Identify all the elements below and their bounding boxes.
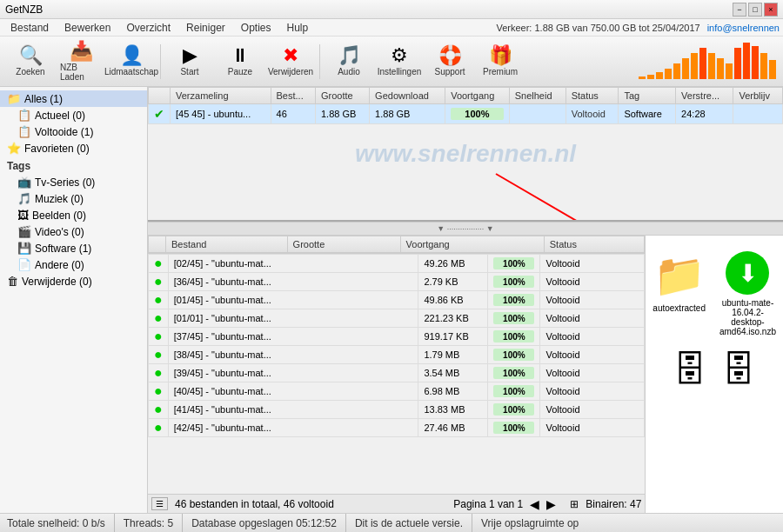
watermark: www.snelrennen.nl [355,140,576,168]
row-fstatus: Voltooid [540,273,645,291]
toolbar-instellingen[interactable]: ⚙ Instellingen [376,40,423,83]
file-row[interactable]: ● [38/45] - "ubuntu-mat... 1.79 MB 100% … [149,346,645,364]
fh-grootte[interactable]: Grootte [287,236,400,253]
file-progress-bar: 100% [493,385,534,397]
sidebar-item-actueel[interactable]: 📋 Actueel (0) [0,107,147,123]
minimize-button[interactable]: − [733,3,746,17]
scroll-indicator[interactable]: ▼ ················· ▼ [148,222,783,236]
file-item-db2[interactable]: 🗄 [721,350,756,389]
menu-opties[interactable]: Opties [234,20,278,36]
sidebar-muziek-label: Muziek (0) [35,193,84,205]
top-table-header-row: Verzameling Best... Grootte Gedownload V… [149,88,783,104]
toolbar-audio[interactable]: 🎵 Audio [325,40,372,83]
sidebar-item-beelden[interactable]: 🖼 Beelden (0) [0,207,147,223]
db-icon-2: 🗄 [721,350,756,389]
page-prev[interactable]: ◀ [530,497,539,511]
row-filename: [01/01] - "ubuntu-mat... [168,309,418,328]
green-dot-icon: ● [154,310,163,325]
file-list-body[interactable]: ● [02/45] - "ubuntu-mat... 49.26 MB 100%… [148,254,645,494]
file-row[interactable]: ● [02/45] - "ubuntu-mat... 49.26 MB 100%… [149,255,645,273]
status-version: Dit is de actuele versie. [346,514,472,532]
menu-bewerken[interactable]: Bewerken [57,20,117,36]
file-item-nzb[interactable]: ⬇ ubuntu-mate-16.04.2-desktop-amd64.iso.… [719,251,776,336]
file-progress-bar: 100% [493,294,534,306]
file-header-row: Bestand Grootte Voortgang Status [149,236,645,253]
th-grootte[interactable]: Grootte [315,88,369,104]
file-total-label: 46 bestanden in totaal, 46 voltooid [175,498,334,510]
th-tag[interactable]: Tag [619,88,676,104]
file-row[interactable]: ● [40/45] - "ubuntu-mat... 6.98 MB 100% … [149,382,645,401]
sidebar-item-voltooide[interactable]: 📋 Voltooide (1) [0,123,147,140]
menu-hulp[interactable]: Hulp [280,20,316,36]
sidebar-item-muziek[interactable]: 🎵 Muziek (0) [0,190,147,207]
download-circle-icon: ⬇ [726,251,769,295]
speed-bar-5 [682,58,689,79]
sidebar-item-andere[interactable]: 📄 Andere (0) [0,256,147,273]
th-best[interactable]: Best... [271,88,315,104]
th-voortgang[interactable]: Voortgang [445,88,510,104]
sidebar-item-favorieten[interactable]: ⭐ Favorieten (0) [0,140,147,156]
page-next[interactable]: ▶ [546,497,556,511]
sidebar-item-software[interactable]: 💾 Software (1) [0,240,147,256]
toolbar-premium[interactable]: 🎁 Premium [477,40,524,83]
file-row[interactable]: ● [01/01] - "ubuntu-mat... 221.23 KB 100… [149,309,645,328]
toolbar-start[interactable]: ▶ Start [166,40,213,83]
close-button[interactable]: × [764,3,778,17]
status-speed: Totale snelheid: 0 b/s [7,514,115,532]
file-progress-bar: 100% [493,403,534,416]
row-status: Voltooid [566,104,619,124]
row-filename: [41/45] - "ubuntu-mat... [168,401,418,419]
file-row[interactable]: ● [39/45] - "ubuntu-mat... 3.54 MB 100% … [149,364,645,382]
sidebar-item-verwijderde[interactable]: 🗑 Verwijderde (0) [0,273,147,289]
file-row[interactable]: ● [01/45] - "ubuntu-mat... 49.86 KB 100%… [149,291,645,309]
toolbar-nzb-label: NZB Laden [60,63,102,82]
toolbar-separator-1 [160,44,161,79]
file-row[interactable]: ● [36/45] - "ubuntu-mat... 2.79 KB 100% … [149,273,645,291]
th-gedownload[interactable]: Gedownload [370,88,445,104]
file-item-autoextracted[interactable]: 📁 autoextracted [652,251,706,313]
toolbar-pauze[interactable]: ⏸ Pauze [217,40,264,83]
toolbar-inst-label: Instellingen [378,67,422,76]
row-dot: ● [149,291,169,309]
toolbar-zoeken[interactable]: 🔍 Zoeken [7,40,54,83]
green-dot-icon: ● [154,347,163,362]
menu-reiniger[interactable]: Reiniger [179,20,232,36]
toolbar-nzb-laden[interactable]: 📥 NZB Laden [57,40,104,83]
tv-icon: 📺 [17,176,31,189]
trash-icon: 🗑 [7,275,18,288]
file-item-db1[interactable]: 🗄 [673,350,707,389]
sidebar-item-tvseries[interactable]: 📺 Tv-Series (0) [0,174,147,190]
file-row[interactable]: ● [37/45] - "ubuntu-mat... 919.17 KB 100… [149,328,645,346]
green-dot-icon: ● [154,402,163,416]
file-row[interactable]: ● [42/45] - "ubuntu-mat... 27.46 MB 100%… [149,419,645,437]
speed-bar-9 [717,58,724,79]
th-status[interactable]: Status [566,88,619,104]
th-snelheid[interactable]: Snelheid [509,88,566,104]
menu-bestand[interactable]: Bestand [3,20,56,36]
file-progress-bar: 100% [493,367,534,379]
toolbar-lidmaatschap[interactable]: 👤 Lidmaatschap [108,40,155,83]
menu-overzicht[interactable]: Overzicht [119,20,177,36]
th-verblijv[interactable]: Verblijv [733,88,783,104]
maximize-button[interactable]: □ [748,3,762,17]
file-row[interactable]: ● [41/45] - "ubuntu-mat... 13.83 MB 100%… [149,401,645,419]
fh-voortgang[interactable]: Voortgang [400,236,544,253]
top-table-row[interactable]: ✔ [45 45] - ubuntu... 46 1.88 GB 1.88 GB… [149,104,783,124]
premium-icon: 🎁 [489,46,512,65]
green-dot-icon: ● [154,329,163,343]
file-list-header: Bestand Grootte Voortgang Status [148,236,645,254]
fh-status[interactable]: Status [544,236,645,253]
toolbar-verwijderen[interactable]: ✖ Verwijderen [267,40,314,83]
toolbar-support[interactable]: 🛟 Support [426,40,473,83]
status-database: Database opgeslagen 05:12:52 [183,514,346,532]
th-verstre[interactable]: Verstre... [676,88,733,104]
sidebar-item-alles[interactable]: 📁 Alles (1) [0,90,147,107]
th-verzameling[interactable]: Verzameling [171,88,271,104]
row-fgrootte: 919.17 KB [418,328,488,346]
sidebar-beelden-label: Beelden (0) [32,209,86,222]
sidebar-item-videos[interactable]: 🎬 Video's (0) [0,223,147,240]
membership-icon: 👤 [120,46,144,65]
row-filename: [39/45] - "ubuntu-mat... [168,364,418,382]
main-layout: 📁 Alles (1) 📋 Actueel (0) 📋 Voltooide (1… [0,87,783,513]
fh-bestand[interactable]: Bestand [166,236,288,253]
